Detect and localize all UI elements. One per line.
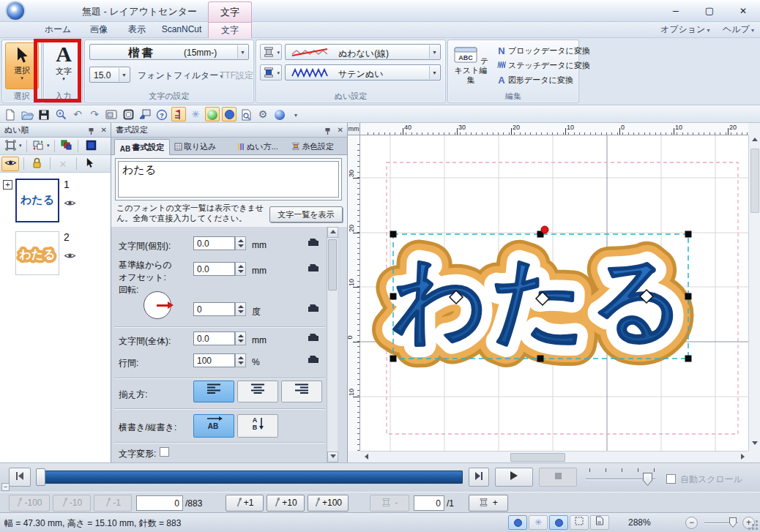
kerning-stepper[interactable]: 0.0 <box>193 236 246 250</box>
line-color-spool-button[interactable] <box>260 44 282 60</box>
undo-icon[interactable]: ↶ <box>70 107 85 121</box>
chevron-down-icon[interactable]: ▼ <box>237 45 247 59</box>
line-spacing-value[interactable]: 100 <box>193 353 235 367</box>
spinner-arrows[interactable] <box>235 302 246 316</box>
stitch-progress-track[interactable] <box>40 471 463 484</box>
grid-view-icon[interactable] <box>570 515 589 530</box>
scrollbar-thumb[interactable] <box>750 149 759 213</box>
text-edit-button[interactable]: ABC テキスト編集 <box>451 42 491 89</box>
current-color-field[interactable]: 0 <box>414 495 444 511</box>
open-file-icon[interactable] <box>20 107 34 121</box>
scroll-down-icon[interactable] <box>327 452 338 462</box>
text-input[interactable]: わたる <box>118 161 339 198</box>
close-icon[interactable]: ✕ <box>338 125 343 135</box>
canvas-vscrollbar[interactable] <box>748 135 760 451</box>
options-menu[interactable]: オプション <box>660 24 710 34</box>
machine-icon[interactable] <box>308 302 319 315</box>
scrollbar-thumb[interactable] <box>510 453 565 462</box>
machine-icon[interactable] <box>308 331 319 344</box>
resize-grip[interactable] <box>756 528 758 530</box>
spacing-stepper[interactable]: 0.0 <box>193 331 246 345</box>
chevron-down-icon[interactable]: ▼ <box>429 66 439 79</box>
app-logo-flower-icon[interactable] <box>5 1 26 21</box>
start-point-marker[interactable] <box>541 226 548 233</box>
offset-stepper[interactable]: 0.0 <box>193 262 246 276</box>
scroll-left-icon[interactable] <box>360 452 372 463</box>
spinner-arrows[interactable] <box>235 262 246 276</box>
delete-icon[interactable]: ✕ <box>54 157 72 171</box>
cursor-icon[interactable] <box>81 157 98 171</box>
list-item[interactable]: + わたる 1 <box>0 177 111 230</box>
machine-icon[interactable] <box>308 262 319 274</box>
play-button[interactable] <box>495 468 533 487</box>
spinner-arrows[interactable] <box>235 331 246 345</box>
realistic-view-icon[interactable] <box>205 107 220 121</box>
stitch-back-1-button[interactable]: -1 <box>94 495 132 512</box>
design-page-icon[interactable] <box>121 107 135 121</box>
kerning-value[interactable]: 0.0 <box>193 236 235 250</box>
go-to-start-button[interactable] <box>9 468 31 487</box>
align-center-button[interactable] <box>237 381 278 402</box>
scroll-up-icon[interactable] <box>749 135 760 147</box>
scroll-up-icon[interactable] <box>327 227 338 238</box>
stitch-fwd-1-button[interactable]: +1 <box>226 495 264 512</box>
maximize-icon[interactable] <box>698 4 720 18</box>
close-icon[interactable] <box>732 4 754 18</box>
stitch-back-100-button[interactable]: -100 <box>9 495 50 512</box>
font-size-select[interactable]: 15.0 ▼ <box>89 67 130 83</box>
eye-icon[interactable] <box>64 199 76 209</box>
current-stitch-field[interactable]: 0 <box>136 495 183 511</box>
new-document-icon[interactable] <box>3 107 18 121</box>
chevron-down-icon[interactable]: ▼ <box>429 45 439 59</box>
stitch-fwd-100-button[interactable]: +100 <box>308 495 349 512</box>
align-left-button[interactable] <box>193 381 234 402</box>
tab-home[interactable]: ホーム <box>37 22 79 38</box>
design-check-icon[interactable] <box>171 107 186 121</box>
spinner-arrows[interactable] <box>235 353 246 367</box>
go-to-end-button[interactable] <box>469 468 489 487</box>
vertical-text-button[interactable]: AB <box>237 414 278 438</box>
region-color-spool-button[interactable] <box>260 64 282 80</box>
zoom-fit-icon[interactable] <box>1 139 19 154</box>
color-back-button[interactable]: - <box>370 495 409 512</box>
design-canvas[interactable]: わたる わたる わたる わたる <box>360 135 748 451</box>
rotation-dial[interactable] <box>144 291 171 319</box>
print-preview-icon[interactable] <box>239 107 253 121</box>
chevron-down-icon[interactable]: ▼ <box>119 68 129 81</box>
reorder-icon[interactable] <box>29 139 47 154</box>
tab-import[interactable]: 取り込み <box>174 139 217 155</box>
stitch-progress-handle[interactable] <box>36 468 45 486</box>
format-scrollbar[interactable] <box>327 227 338 462</box>
collapse-panel-icon[interactable]: − <box>1 483 10 491</box>
page-property-icon[interactable] <box>590 515 609 530</box>
lock-icon[interactable] <box>28 157 45 171</box>
zoom-icon[interactable] <box>53 107 68 121</box>
expand-icon[interactable]: + <box>3 180 12 190</box>
spacing-value[interactable]: 0.0 <box>193 331 235 345</box>
chevron-down-icon[interactable]: ▾ <box>47 143 50 149</box>
rotation-value[interactable]: 0 <box>193 302 235 316</box>
tab-text-active[interactable]: 文字 <box>208 22 252 38</box>
close-icon[interactable]: ✕ <box>101 125 107 135</box>
stitch-view-icon[interactable]: ✳ <box>188 107 203 121</box>
align-right-button[interactable] <box>281 381 322 402</box>
machine-settings-icon[interactable]: ⚙ <box>256 107 270 121</box>
solid-view-icon[interactable] <box>222 107 236 121</box>
chevron-down-icon[interactable]: ▾ <box>19 143 22 149</box>
tab-sew-type[interactable]: ぬい方... <box>237 139 278 155</box>
zoom-out-icon[interactable]: − <box>685 517 698 529</box>
help-icon[interactable]: ? <box>154 107 169 121</box>
tab-scanncut[interactable]: ScanNCut <box>155 22 208 38</box>
convert-to-shape-button[interactable]: A図形データに変換 <box>495 75 573 89</box>
line-spacing-stepper[interactable]: 100 <box>193 353 246 367</box>
design-sphere-icon[interactable] <box>272 107 287 121</box>
tab-image[interactable]: 画像 <box>79 22 119 38</box>
rotation-stepper[interactable]: 0 <box>193 302 246 316</box>
font-filter-button[interactable]: フォントフィルター <box>138 70 223 82</box>
stitch-view-icon[interactable]: ✳ <box>529 515 548 530</box>
zoom-in-icon[interactable]: + <box>742 517 755 529</box>
line-sew-type-select[interactable]: ぬわない(線) ▼ <box>285 44 441 60</box>
realistic-view-icon[interactable] <box>549 515 568 530</box>
region-sew-type-select[interactable]: サテンぬい ▼ <box>285 64 441 80</box>
scroll-right-icon[interactable] <box>737 452 748 463</box>
